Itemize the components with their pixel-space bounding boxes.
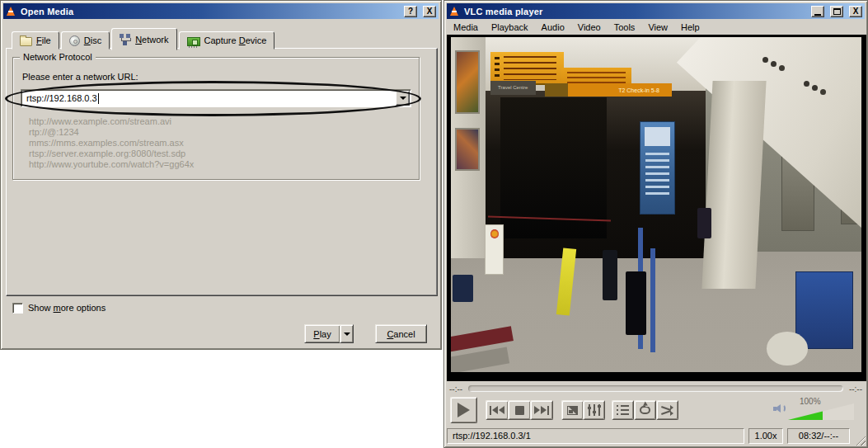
travel-centre-sign: Travel Centre [490, 81, 536, 95]
vlc-cone-icon [6, 6, 16, 17]
luggage [603, 250, 617, 300]
dialog-title: Open Media [21, 7, 400, 17]
fullscreen-icon [567, 406, 578, 415]
barrier-post [650, 248, 655, 352]
help-icon[interactable]: ? [404, 6, 417, 17]
fullscreen-button[interactable] [561, 400, 584, 420]
status-playback-rate[interactable]: 1.00x [748, 428, 783, 444]
escalator-edge [451, 347, 509, 372]
open-media-titlebar[interactable]: Open Media ? X [3, 3, 439, 19]
menu-video[interactable]: Video [571, 21, 608, 34]
playback-controls: 100% [447, 396, 865, 426]
wall-poster [455, 128, 480, 172]
time-remaining: --:-- [849, 384, 862, 394]
volume-percent-label: 100% [800, 397, 821, 406]
previous-button[interactable] [486, 400, 509, 420]
url-example: rtsp://server.example.org:8080/test.sdp [29, 149, 194, 159]
play-options-arrow-button[interactable] [340, 324, 354, 343]
loop-button[interactable] [634, 400, 656, 420]
close-icon[interactable]: X [423, 6, 436, 17]
track-lights [804, 81, 810, 87]
dropdown-arrow-icon [344, 332, 350, 336]
volume-icon[interactable] [773, 403, 786, 414]
disc-icon [69, 35, 80, 46]
folder-icon [20, 37, 32, 46]
blue-kiosk [640, 121, 675, 215]
previous-icon [492, 406, 498, 414]
next-button[interactable] [530, 400, 553, 420]
url-examples: http://www.example.com/stream.avi rtp://… [29, 116, 194, 170]
volume-slider[interactable] [788, 403, 854, 420]
vlc-player-window: VLC media player X Media Playback Audio … [443, 0, 868, 448]
tab-disc[interactable]: Disc [61, 31, 110, 50]
play-pause-button[interactable] [450, 397, 477, 423]
play-button[interactable]: Play [304, 324, 340, 343]
cancel-button[interactable]: Cancel [375, 324, 427, 343]
tab-network[interactable]: Network [111, 28, 176, 50]
status-bar: rtsp://192.168.0.3/1 1.00x 08:32/--:-- [447, 427, 865, 445]
terminal-pillar [702, 81, 767, 289]
vlc-titlebar[interactable]: VLC media player X [447, 3, 865, 19]
shuffle-button[interactable] [656, 400, 678, 420]
close-icon[interactable]: X [849, 6, 862, 17]
show-more-options-label[interactable]: Show more options [28, 303, 106, 313]
time-elapsed: --:-- [449, 384, 462, 394]
group-title: Network Protocol [20, 52, 96, 62]
url-example: http://www.yourtube.com/watch?v=gg64x [29, 159, 194, 170]
maximize-icon[interactable] [830, 6, 843, 17]
food-sign [485, 224, 504, 275]
annotation-ellipse [5, 81, 421, 116]
blue-cabinet [795, 271, 853, 348]
tabbar: File Disc Network Capture Device [12, 30, 276, 49]
video-frame-airport-terminal: Emergency Travel Centre T2 Check-in 5-8 [451, 37, 861, 372]
shuffle-icon [661, 405, 673, 416]
vlc-cone-icon [449, 6, 460, 17]
loop-icon [640, 406, 650, 414]
equalizer-icon [589, 404, 600, 416]
network-url-label: Please enter a network URL: [22, 72, 138, 82]
luggage [626, 271, 646, 335]
stop-icon [515, 406, 524, 415]
status-stream-url: rtsp://192.168.0.3/1 [447, 428, 744, 444]
minimize-icon[interactable] [811, 6, 824, 17]
desktop: Open Media ? X File Disc Network Capture… [0, 0, 868, 448]
capture-icon [187, 37, 200, 46]
seek-slider[interactable] [468, 385, 843, 392]
extended-settings-button[interactable] [583, 400, 605, 420]
open-media-dialog: Open Media ? X File Disc Network Capture… [0, 0, 442, 350]
round-table [767, 332, 808, 365]
menu-tools[interactable]: Tools [608, 21, 642, 34]
luggage [453, 275, 473, 301]
show-more-options-checkbox[interactable] [12, 303, 23, 314]
playlist-button[interactable] [612, 400, 634, 420]
menu-media[interactable]: Media [447, 21, 485, 34]
video-canvas[interactable]: Emergency Travel Centre T2 Check-in 5-8 [447, 35, 866, 381]
seek-row: --:-- --:-- [447, 382, 865, 395]
play-icon [457, 403, 470, 417]
next-icon [534, 406, 540, 414]
menu-audio[interactable]: Audio [535, 21, 571, 34]
url-example: http://www.example.com/stream.avi [29, 116, 194, 127]
luggage [697, 208, 711, 238]
tab-capture-device[interactable]: Capture Device [179, 31, 275, 50]
network-icon [120, 34, 131, 45]
menu-help[interactable]: Help [674, 21, 706, 34]
vlc-title: VLC media player [464, 7, 807, 17]
menu-playback[interactable]: Playback [485, 21, 535, 34]
playlist-icon [621, 405, 629, 415]
status-time[interactable]: 08:32/--:-- [787, 428, 850, 444]
track-lights [762, 57, 769, 64]
tab-file[interactable]: File [12, 31, 59, 50]
wall-poster [455, 50, 480, 114]
checkin-sign: T2 Check-in 5-8 [545, 83, 672, 97]
url-example: rtp://@:1234 [29, 127, 194, 138]
stop-button[interactable] [508, 400, 531, 420]
menu-view[interactable]: View [641, 21, 674, 34]
vlc-menubar: Media Playback Audio Video Tools View He… [447, 20, 865, 35]
url-example: mms://mms.examples.com/stream.asx [29, 138, 194, 149]
